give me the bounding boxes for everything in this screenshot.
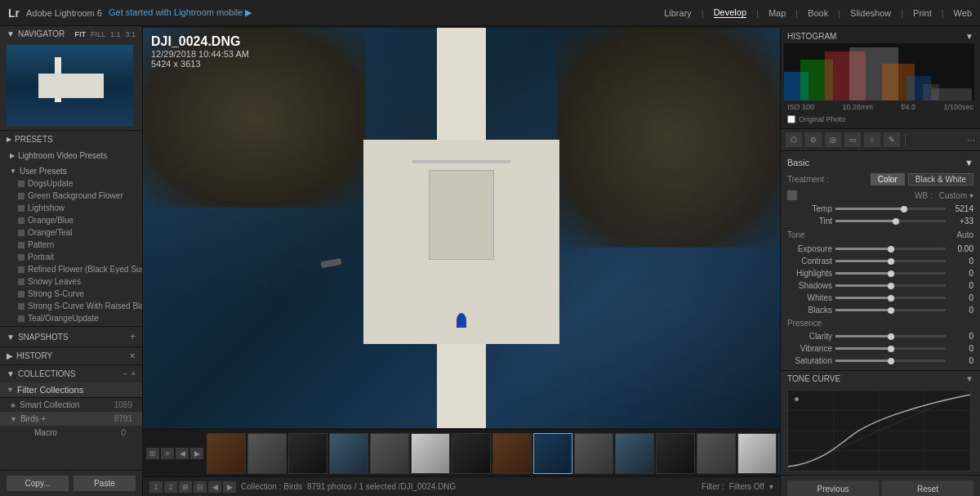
copy-button[interactable]: Copy... [7, 476, 69, 491]
thumb-8[interactable] [533, 433, 572, 474]
thumb-14[interactable] [778, 433, 780, 474]
history-title[interactable]: History [16, 351, 52, 360]
histogram-collapse-icon[interactable]: ▼ [965, 32, 973, 41]
preset-item-2[interactable]: Lightshow [0, 202, 142, 214]
status-detail-btn[interactable]: ⊟ [194, 481, 207, 493]
whites-thumb[interactable] [888, 295, 894, 302]
preset-item-7[interactable]: Refined Flower (Black Eyed Sus... [0, 263, 142, 275]
highlights-thumb[interactable] [888, 270, 894, 277]
contrast-slider[interactable] [835, 260, 946, 262]
paste-button[interactable]: Paste [74, 476, 136, 491]
treatment-color-btn[interactable]: Color [871, 173, 905, 185]
shadows-slider[interactable] [835, 284, 946, 287]
thumb-5[interactable] [411, 433, 450, 474]
collections-arrow-icon[interactable]: ▼ [7, 369, 15, 378]
thumb-0[interactable] [207, 433, 246, 474]
preset-group-video-header[interactable]: ▶ Lightroom Video Presets [0, 150, 142, 162]
blacks-thumb[interactable] [888, 307, 894, 314]
collection-smart[interactable]: ★ Smart Collection 1089 [0, 398, 142, 412]
preset-item-6[interactable]: Portrait [0, 251, 142, 263]
crop-tool[interactable]: ⬡ [786, 132, 802, 147]
collection-birds[interactable]: ▼ Birds + 8791 [0, 412, 142, 426]
thumb-1[interactable] [247, 433, 287, 474]
previous-button[interactable]: Previous [787, 480, 879, 496]
nav-book[interactable]: Book [808, 8, 828, 18]
status-nav-prev[interactable]: ◀ [208, 481, 221, 493]
snapshots-add-icon[interactable]: + [130, 331, 136, 342]
thumb-12[interactable] [697, 433, 736, 474]
navigator-collapse-icon[interactable]: ▼ [7, 29, 15, 38]
vibrance-thumb[interactable] [888, 346, 894, 352]
preset-item-3[interactable]: Orange/Blue [0, 214, 142, 226]
thumb-6[interactable] [452, 433, 491, 474]
filmstrip-nav-right[interactable]: ▶ [190, 448, 203, 459]
nav-print[interactable]: Print [913, 8, 932, 18]
collections-title[interactable]: Collections [18, 369, 76, 378]
thumb-11[interactable] [656, 433, 695, 474]
nav-develop[interactable]: Develop [714, 7, 746, 18]
tint-thumb[interactable] [893, 218, 899, 225]
preset-item-8[interactable]: Snowy Leaves [0, 275, 142, 288]
nav-library[interactable]: Library [664, 8, 692, 18]
heal-tool[interactable]: ⊙ [805, 132, 822, 147]
nav-web[interactable]: Web [954, 8, 972, 18]
saturation-thumb[interactable] [888, 358, 894, 364]
tint-slider[interactable] [835, 220, 946, 222]
status-nav-next[interactable]: ▶ [223, 481, 236, 493]
nav-map[interactable]: Map [768, 8, 786, 18]
presets-header[interactable]: ▶ Presets [0, 131, 142, 148]
temp-thumb[interactable] [901, 206, 907, 212]
highlights-slider[interactable] [835, 272, 946, 275]
preset-item-5[interactable]: Pattern [0, 239, 142, 251]
filter-dropdown-btn[interactable]: ▾ [769, 482, 773, 491]
preset-item-10[interactable]: Strong S-Curve With Raised Bla... [0, 300, 142, 312]
original-photo-checkbox[interactable] [787, 115, 795, 123]
wb-eyedropper-icon[interactable] [787, 190, 797, 200]
snapshots-arrow-icon[interactable]: ▼ [7, 333, 15, 342]
thumb-4[interactable] [370, 433, 409, 474]
tc-canvas[interactable] [787, 390, 971, 471]
preset-item-0[interactable]: DogsUpdate [0, 177, 142, 190]
zoom-fill[interactable]: FILL [91, 30, 105, 38]
navigator-thumbnail[interactable] [7, 45, 133, 127]
filmstrip-sort-btn[interactable]: ≡ [161, 448, 174, 459]
clarity-slider[interactable] [835, 335, 946, 337]
thumb-7[interactable] [492, 433, 532, 474]
preset-item-1[interactable]: Green Background Flower [0, 190, 142, 202]
status-1-btn[interactable]: 1 [149, 481, 163, 493]
snapshots-title[interactable]: Snapshots [18, 333, 69, 342]
filmstrip-view-btn[interactable]: ⊞ [146, 448, 159, 459]
thumb-13[interactable] [737, 433, 777, 474]
basic-arrow-icon[interactable]: ▼ [964, 158, 973, 168]
thumb-3[interactable] [329, 433, 368, 474]
zoom-3-1[interactable]: 3:1 [125, 30, 136, 38]
adjustment-tool[interactable]: ✎ [884, 132, 900, 147]
thumb-9[interactable] [574, 433, 613, 474]
preset-item-9[interactable]: Strong S-Curve [0, 288, 142, 300]
grad-filter-tool[interactable]: ▭ [844, 132, 861, 147]
nav-slideshow[interactable]: Slideshow [850, 8, 891, 18]
filmstrip-nav-left[interactable]: ◀ [176, 448, 189, 459]
tone-auto-btn[interactable]: Auto [956, 230, 973, 239]
exposure-slider[interactable] [835, 248, 946, 250]
treatment-bw-btn[interactable]: Black & White [908, 173, 973, 185]
redeye-tool[interactable]: ◎ [825, 132, 841, 147]
zoom-1-1[interactable]: 1:1 [110, 30, 121, 38]
tool-more-icon[interactable]: ··· [967, 134, 975, 145]
status-2-btn[interactable]: 2 [164, 481, 177, 493]
wb-dropdown-btn[interactable]: Custom ▾ [939, 191, 973, 200]
radial-filter-tool[interactable]: ○ [864, 132, 880, 147]
history-arrow-icon[interactable]: ▶ [7, 351, 13, 360]
temp-slider[interactable] [835, 208, 946, 210]
collections-plus-icon[interactable]: + [131, 369, 136, 378]
history-clear-icon[interactable]: ✕ [129, 351, 136, 360]
zoom-fit[interactable]: FIT [74, 30, 86, 38]
reset-button[interactable]: Reset [882, 480, 973, 496]
thumb-2[interactable] [288, 433, 327, 474]
app-tagline[interactable]: Get started with Lightroom mobile ▶ [109, 7, 252, 18]
exposure-thumb[interactable] [888, 246, 894, 252]
thumb-10[interactable] [615, 433, 654, 474]
whites-slider[interactable] [835, 297, 946, 299]
collections-minus-icon[interactable]: − [122, 369, 127, 378]
vibrance-slider[interactable] [835, 347, 946, 350]
